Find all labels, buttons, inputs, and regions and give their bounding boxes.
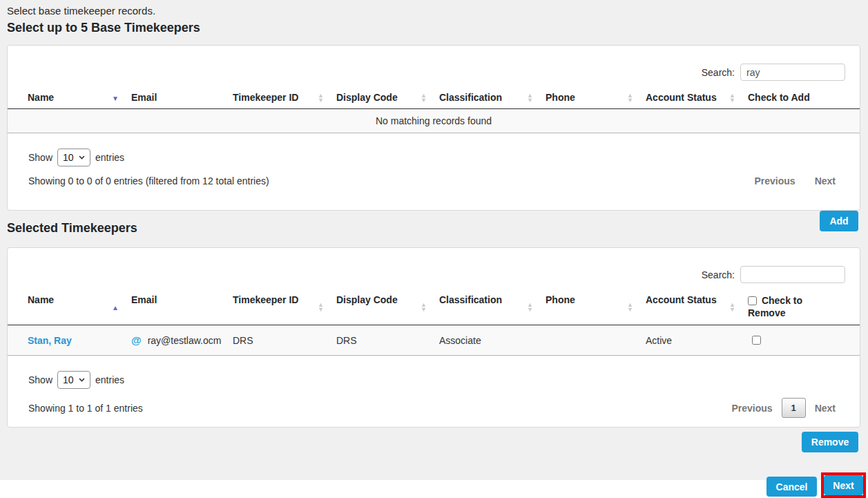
base-col-display-code[interactable]: Display Code ▲▼ xyxy=(336,88,439,109)
base-col-classification[interactable]: Classification ▲▼ xyxy=(439,88,546,109)
sort-both-icon: ▲▼ xyxy=(421,303,427,312)
base-timekeepers-panel: Search: Name ▼ Email Timekeeper xyxy=(7,45,860,211)
timekeeper-name-link[interactable]: Stan, Ray xyxy=(28,335,72,346)
cell-timekeeper-id: DRS xyxy=(233,325,336,356)
base-search-label: Search: xyxy=(702,67,735,78)
timekeeper-selection-page: Select base timekeeper records. Select u… xyxy=(0,0,868,498)
chevron-down-icon xyxy=(79,155,85,160)
remove-row-checkbox[interactable] xyxy=(752,336,761,345)
cell-check-to-remove xyxy=(748,325,860,356)
selected-search-bar: Search: xyxy=(8,248,860,283)
base-col-timekeeper-id[interactable]: Timekeeper ID ▲▼ xyxy=(233,88,336,109)
cell-email: @ ray@testlaw.ocm xyxy=(131,325,233,356)
base-col-account-status[interactable]: Account Status ▲▼ xyxy=(646,88,748,109)
selected-col-check-to-remove: Check to Remove xyxy=(748,290,860,325)
base-timekeepers-table: Name ▼ Email Timekeeper ID ▲▼ Display Co… xyxy=(8,88,860,133)
empty-message: No matching records found xyxy=(8,109,860,133)
entries-label: entries xyxy=(95,374,124,385)
selected-length-control: Show 10 entries xyxy=(28,371,860,389)
sort-both-icon: ▲▼ xyxy=(527,303,533,312)
selected-table-info: Showing 1 to 1 of 1 entries xyxy=(28,403,143,414)
cell-account-status: Active xyxy=(646,325,748,356)
base-search-bar: Search: xyxy=(8,46,860,81)
base-page-length-select[interactable]: 10 xyxy=(57,149,90,166)
selected-col-classification[interactable]: Classification ▲▼ xyxy=(439,290,546,325)
add-button[interactable]: Add xyxy=(820,211,858,231)
selected-section-title: Selected Timekeepers xyxy=(7,221,137,236)
selected-col-timekeeper-id[interactable]: Timekeeper ID ▲▼ xyxy=(233,290,336,325)
sort-both-icon: ▲▼ xyxy=(627,93,633,103)
show-label: Show xyxy=(28,374,52,385)
selected-page-length-select[interactable]: 10 xyxy=(57,371,90,389)
chevron-down-icon xyxy=(79,378,85,382)
cell-name: Stan, Ray xyxy=(8,325,131,356)
previous-button[interactable]: Previous xyxy=(732,403,773,414)
remove-button[interactable]: Remove xyxy=(802,432,858,452)
base-col-name[interactable]: Name ▼ xyxy=(8,88,131,109)
cell-display-code: DRS xyxy=(336,325,439,356)
selected-col-display-code[interactable]: Display Code ▲▼ xyxy=(336,290,439,325)
selected-info-row: Showing 1 to 1 of 1 entries Previous 1 N… xyxy=(28,398,836,418)
sort-both-icon: ▲▼ xyxy=(318,303,324,312)
selected-timekeepers-panel: Search: Name ▲ Email Timekeeper xyxy=(7,247,860,428)
selected-col-phone[interactable]: Phone ▲▼ xyxy=(546,290,646,325)
selected-col-account-status[interactable]: Account Status ▲▼ xyxy=(646,290,748,325)
table-row: Stan, Ray @ ray@testlaw.ocm DRS DRS Asso… xyxy=(8,325,860,356)
sort-both-icon: ▲▼ xyxy=(421,93,427,103)
sort-both-icon: ▲▼ xyxy=(627,303,633,312)
intro-text: Select base timekeeper records. xyxy=(7,5,155,17)
show-label: Show xyxy=(28,152,52,163)
select-all-remove-checkbox[interactable] xyxy=(748,296,757,305)
sort-both-icon: ▲▼ xyxy=(527,93,533,103)
next-button[interactable]: Next xyxy=(815,175,836,186)
sort-both-icon: ▲▼ xyxy=(318,93,324,103)
cell-phone xyxy=(546,325,646,356)
base-col-check-to-add: Check to Add xyxy=(748,88,860,109)
base-table-header-row: Name ▼ Email Timekeeper ID ▲▼ Display Co… xyxy=(8,88,860,109)
sort-both-icon: ▲▼ xyxy=(729,303,735,312)
sort-asc-icon: ▲ xyxy=(112,304,119,312)
base-info-row: Showing 0 to 0 of 0 entries (filtered fr… xyxy=(28,175,836,186)
email-at-icon: @ xyxy=(131,334,142,346)
selected-search-label: Search: xyxy=(702,269,735,280)
sort-desc-icon: ▼ xyxy=(112,95,119,102)
base-pagination: Previous Next xyxy=(755,175,836,186)
base-col-phone[interactable]: Phone ▲▼ xyxy=(546,88,646,109)
selected-col-name[interactable]: Name ▲ xyxy=(8,290,131,325)
cancel-button[interactable]: Cancel xyxy=(766,477,817,497)
base-length-control: Show 10 entries xyxy=(28,149,860,166)
next-button[interactable]: Next xyxy=(815,403,836,414)
sort-both-icon: ▲▼ xyxy=(729,93,735,103)
previous-button[interactable]: Previous xyxy=(755,175,795,186)
selected-pagination: Previous 1 Next xyxy=(732,398,836,418)
page-number-button[interactable]: 1 xyxy=(782,398,806,418)
selected-search-input[interactable] xyxy=(740,266,845,283)
base-col-email[interactable]: Email xyxy=(131,88,233,109)
selected-col-email[interactable]: Email xyxy=(131,290,233,325)
selected-table-header-row: Name ▲ Email Timekeeper ID ▲▼ Display Co… xyxy=(8,290,860,325)
red-annotation-box: Next xyxy=(821,472,866,498)
base-search-input[interactable] xyxy=(740,64,845,81)
base-table-info: Showing 0 to 0 of 0 entries (filtered fr… xyxy=(28,175,269,186)
empty-row: No matching records found xyxy=(8,109,860,133)
base-section-title: Select up to 5 Base Timekeepers xyxy=(7,21,200,35)
cell-classification: Associate xyxy=(439,325,546,356)
selected-timekeepers-table: Name ▲ Email Timekeeper ID ▲▼ Display Co… xyxy=(8,290,860,356)
next-step-button[interactable]: Next xyxy=(824,475,863,495)
entries-label: entries xyxy=(95,152,124,163)
